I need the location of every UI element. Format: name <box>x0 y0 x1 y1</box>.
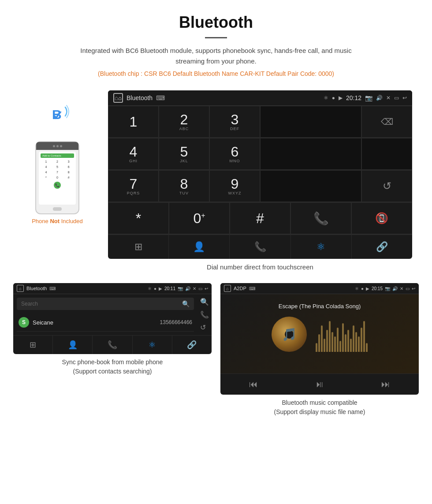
key-4[interactable]: 4 GHI <box>108 138 159 170</box>
call-accept-icon: 📞 <box>313 211 329 226</box>
pb-sig-icon: ▶ <box>159 286 162 291</box>
phone-screen-header: Add to Contacts <box>41 153 74 158</box>
phone-key-9: 8 <box>63 170 74 175</box>
pb-vol-icon[interactable]: 🔊 <box>185 286 190 291</box>
phonebook-nav: ⊞ 👤 📞 ⚛ 🔗 <box>13 335 212 354</box>
key-call-accept[interactable]: 📞 <box>290 202 351 234</box>
music-back-icon[interactable]: ↩ <box>412 286 415 291</box>
eq-bar-14 <box>350 339 352 352</box>
phonebook-status-bar: ⌂ Bluetooth ⌨ ⚛ ● ▶ 20:11 📷 🔊 ✕ ▭ ↩ <box>13 283 212 294</box>
phone-top-dots <box>53 145 62 147</box>
phone-not-included-label: Phone Not Included <box>32 218 83 224</box>
phone-key-star: * <box>41 175 52 180</box>
phone-not-included-text: Phone Not Included <box>32 218 83 224</box>
backspace-icon: ⌫ <box>381 116 393 127</box>
key-3[interactable]: 3 DEF <box>209 106 260 138</box>
phone-call-button: 📞 <box>54 182 61 189</box>
window-icon[interactable]: ▭ <box>394 95 399 101</box>
key-2[interactable]: 2 ABC <box>159 106 209 138</box>
hash-key: # <box>256 210 264 227</box>
pb-person-icon: 👤 <box>68 340 78 350</box>
nav-phone[interactable]: 📞 <box>230 235 290 259</box>
music-home-icon[interactable]: ⌂ <box>224 285 231 292</box>
keypad-row-2: 4 GHI 5 JKL 6 MNO <box>108 138 412 170</box>
header-description: Integrated with BC6 Bluetooth module, su… <box>75 45 357 67</box>
music-rect-icon[interactable]: ▭ <box>406 286 410 291</box>
bottom-row: ⌂ Bluetooth ⌨ ⚛ ● ▶ 20:11 📷 🔊 ✕ ▭ ↩ <box>13 283 419 417</box>
nav-link[interactable]: 🔗 <box>352 235 412 259</box>
dial-status-right: ⚛ ● ▶ 20:12 📷 🔊 ✕ ▭ ↩ <box>324 94 407 101</box>
key-hash[interactable]: # <box>230 202 290 234</box>
search-bar[interactable]: Search 🔍 <box>17 298 194 310</box>
music-center: 🎵 <box>272 317 368 352</box>
eq-bar-18 <box>361 328 362 352</box>
pb-nav-call[interactable]: 📞 <box>93 336 132 354</box>
key-5[interactable]: 5 JKL <box>159 138 209 170</box>
pb-right-refresh-icon[interactable]: ↺ <box>200 323 209 332</box>
eq-bar-11 <box>342 323 344 352</box>
next-button[interactable]: ⏭ <box>381 379 390 389</box>
phonebook-body: Search 🔍 S Seicane 13566664466 <box>13 294 197 335</box>
eq-bar-7 <box>331 332 333 352</box>
volume-icon[interactable]: 🔊 <box>376 95 383 101</box>
signal-icon: ▶ <box>339 95 343 101</box>
nav-contacts[interactable]: 👤 <box>169 235 230 259</box>
pb-nav-bt[interactable]: ⚛ <box>133 336 172 354</box>
pb-nav-link[interactable]: 🔗 <box>172 336 212 354</box>
pb-nav-person[interactable]: 👤 <box>53 336 93 354</box>
pb-nav-keypad[interactable]: ⊞ <box>13 336 53 354</box>
header-specs: (Bluetooth chip : CSR BC6 Default Blueto… <box>9 70 423 77</box>
key-1[interactable]: 1 <box>108 106 159 138</box>
music-vol-icon[interactable]: 🔊 <box>392 286 398 291</box>
phone-body: Add to Contacts 1 2 3 4 5 6 4 7 8 * 0 <box>35 141 79 214</box>
pb-close-icon[interactable]: ✕ <box>193 286 196 291</box>
music-close-icon[interactable]: ✕ <box>400 286 403 291</box>
music-title-bar: A2DP <box>234 286 246 291</box>
key-call-end[interactable]: 📵 <box>351 202 412 234</box>
nav-keypad[interactable]: ⊞ <box>108 235 169 259</box>
nav-bluetooth[interactable]: ⚛ <box>291 235 352 259</box>
music-status-right: ⚛ ● ▶ 20:15 📷 🔊 ✕ ▭ ↩ <box>355 286 415 291</box>
phone-home-button <box>53 207 62 211</box>
eq-bar-19 <box>363 321 365 352</box>
pb-home-icon[interactable]: ⌂ <box>17 285 24 292</box>
camera-icon[interactable]: 📷 <box>365 94 372 101</box>
key-7[interactable]: 7 PQRS <box>108 170 159 202</box>
close-icon[interactable]: ✕ <box>386 95 391 101</box>
phone-bottom-bar: 📞 <box>41 182 74 189</box>
eq-bar-6 <box>329 321 331 352</box>
key-refresh[interactable]: ↺ <box>361 170 412 202</box>
play-pause-button[interactable]: ⏯ <box>315 379 324 389</box>
phonebook-right-icons: 🔍 📞 ↺ <box>197 294 212 335</box>
music-caption-line1: Bluetooth music compatible <box>282 399 357 406</box>
phone-screen: Add to Contacts 1 2 3 4 5 6 4 7 8 * 0 <box>39 152 76 205</box>
music-body: Escape (The Pina Colada Song) 🎵 <box>220 294 419 373</box>
home-icon[interactable]: ⌂ <box>113 93 123 103</box>
pb-cam-icon[interactable]: 📷 <box>178 286 183 291</box>
pb-rect-icon[interactable]: ▭ <box>198 286 202 291</box>
contact-row[interactable]: S Seicane 13566664466 <box>17 314 194 332</box>
music-cam-icon[interactable]: 📷 <box>385 286 390 291</box>
key-0[interactable]: 0+ <box>169 202 230 234</box>
keypad-row-3: 7 PQRS 8 TUV 9 WXYZ <box>108 170 412 202</box>
phonebook-caption-line1: Sync phone-book from mobile phone <box>62 358 163 366</box>
pb-back-icon[interactable]: ↩ <box>205 286 208 291</box>
dial-time: 20:12 <box>346 94 361 101</box>
star-key: * <box>136 210 141 227</box>
key-backspace[interactable]: ⌫ <box>361 106 412 138</box>
pb-right-search-icon[interactable]: 🔍 <box>200 298 209 306</box>
key-9[interactable]: 9 WXYZ <box>209 170 260 202</box>
phonebook-caption: Sync phone-book from mobile phone (Suppo… <box>62 358 163 376</box>
key-star[interactable]: * <box>108 202 169 234</box>
pb-right-phone-icon[interactable]: 📞 <box>200 310 209 319</box>
keypad-row-1: 1 2 ABC 3 DEF <box>108 106 412 138</box>
music-screen: ⌂ A2DP ⌨ ⚛ ● ▶ 20:15 📷 🔊 ✕ ▭ ↩ <box>220 283 419 395</box>
eq-bar-16 <box>355 332 357 352</box>
phone-key-1: 1 <box>41 159 52 164</box>
back-icon[interactable]: ↩ <box>402 95 407 101</box>
music-caption-line2: (Support display music file name) <box>274 408 365 415</box>
phone-mockup: ✓ B Add to Contacts <box>13 90 101 224</box>
prev-button[interactable]: ⏮ <box>249 379 258 389</box>
key-8[interactable]: 8 TUV <box>159 170 209 202</box>
key-6[interactable]: 6 MNO <box>209 138 260 170</box>
